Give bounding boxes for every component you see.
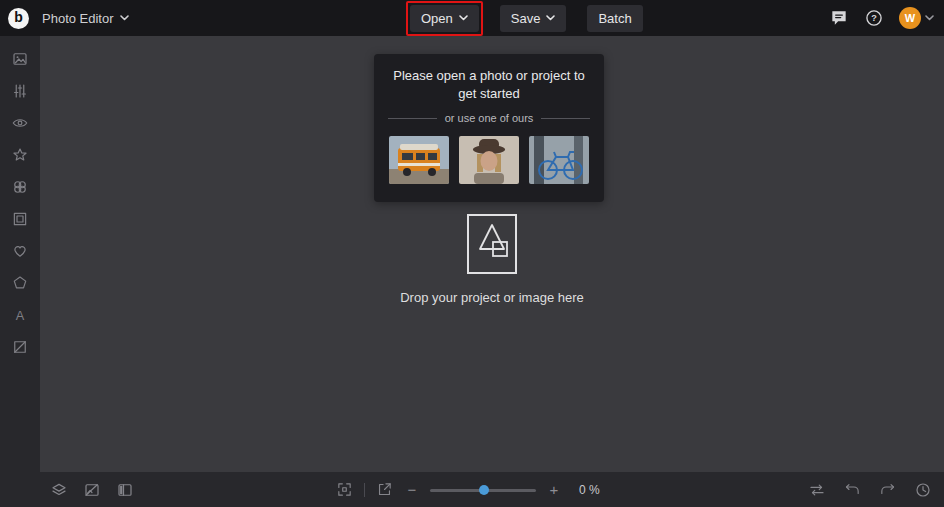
welcome-popup: Please open a photo or project to get st… <box>374 54 604 202</box>
sliders-icon <box>11 82 29 100</box>
avatar-initial: W <box>905 12 915 24</box>
panels-icon <box>116 481 134 499</box>
save-button-label: Save <box>511 11 541 26</box>
drop-zone-label: Drop your project or image here <box>400 290 584 305</box>
clover-icon <box>11 178 29 196</box>
help-button[interactable]: ? <box>864 8 884 28</box>
toggle-loop-icon <box>808 481 826 499</box>
tools-sidebar: A <box>0 36 40 472</box>
app-title: Photo Editor <box>42 11 114 26</box>
app-logo[interactable]: b <box>8 8 29 29</box>
sample-van-thumbnail[interactable] <box>389 136 449 184</box>
panel-toggles <box>0 481 134 499</box>
topbar-right-group: ? W <box>829 0 934 36</box>
tool-effect-button[interactable] <box>9 146 31 164</box>
sample-bicycle-thumbnail[interactable] <box>529 136 589 184</box>
top-toolbar: b Photo Editor Open Save Batch <box>0 0 944 36</box>
open-button[interactable]: Open <box>410 5 479 32</box>
canvas-area[interactable]: Please open a photo or project to get st… <box>40 36 944 472</box>
avatar: W <box>899 7 921 29</box>
batch-button[interactable]: Batch <box>587 5 642 32</box>
blue-bicycle-photo <box>529 136 589 184</box>
bottom-toolbar: − + 0 % <box>0 472 944 507</box>
tool-adjust-button[interactable] <box>9 82 31 100</box>
tool-shapes-button[interactable] <box>9 274 31 292</box>
woman-portrait-photo <box>459 136 519 184</box>
open-button-label: Open <box>421 11 453 26</box>
save-button[interactable]: Save <box>500 5 567 32</box>
comment-icon <box>829 8 849 28</box>
zoom-value: 0 % <box>579 483 600 497</box>
zoom-in-button[interactable]: + <box>546 482 562 497</box>
layers-panel-button[interactable] <box>50 481 68 499</box>
image-icon <box>11 50 29 68</box>
account-menu[interactable]: W <box>899 7 934 29</box>
zoom-slider[interactable] <box>430 483 536 497</box>
chevron-down-icon <box>546 15 555 21</box>
tool-frame-button[interactable] <box>9 210 31 228</box>
popup-title: Please open a photo or project to get st… <box>388 67 590 103</box>
logo-letter: b <box>14 9 23 25</box>
svg-text:A: A <box>16 308 25 323</box>
panels-layout-button[interactable] <box>116 481 134 499</box>
redo-button[interactable] <box>879 481 896 498</box>
zoom-out-button[interactable]: − <box>404 482 420 497</box>
app-title-menu[interactable]: Photo Editor <box>36 7 135 30</box>
help-icon: ? <box>864 8 884 28</box>
zoom-controls: − + 0 % <box>404 482 600 497</box>
drop-zone[interactable]: Drop your project or image here <box>40 214 944 305</box>
tool-filter-button[interactable] <box>9 178 31 196</box>
chevron-down-icon <box>120 15 129 21</box>
sample-portrait-thumbnail[interactable] <box>459 136 519 184</box>
undo-icon <box>844 481 861 498</box>
fit-screen-icon <box>336 481 353 498</box>
text-icon: A <box>11 306 29 324</box>
preview-panel-button[interactable] <box>83 481 101 499</box>
file-actions: Open Save Batch <box>410 0 643 36</box>
chevron-down-icon <box>925 15 934 21</box>
sample-images <box>388 136 590 184</box>
image-placeholder-icon <box>467 214 517 274</box>
preview-image-icon <box>83 481 101 499</box>
history-button[interactable] <box>914 481 932 499</box>
tool-text-button[interactable]: A <box>9 306 31 324</box>
tool-retouch-button[interactable] <box>9 114 31 132</box>
divider <box>364 483 365 497</box>
cutout-icon <box>11 338 29 356</box>
redo-icon <box>879 481 896 498</box>
pentagon-icon <box>11 274 29 292</box>
tool-favorites-button[interactable] <box>9 242 31 260</box>
eye-icon <box>11 114 29 132</box>
frame-icon <box>11 210 29 228</box>
undo-button[interactable] <box>844 481 861 498</box>
batch-button-label: Batch <box>598 11 631 26</box>
star-icon <box>11 146 29 164</box>
fullscreen-button[interactable] <box>376 481 393 498</box>
tool-arrange-button[interactable] <box>9 50 31 68</box>
feedback-button[interactable] <box>829 8 849 28</box>
view-controls <box>336 481 393 498</box>
history-controls <box>808 481 932 499</box>
heart-icon <box>11 242 29 260</box>
chevron-down-icon <box>459 15 468 21</box>
orange-van-photo <box>389 136 449 184</box>
popup-divider-text: or use one of ours <box>445 112 534 124</box>
history-icon <box>914 481 932 499</box>
zoom-slider-thumb[interactable] <box>479 485 489 495</box>
open-in-window-icon <box>376 481 393 498</box>
layers-icon <box>50 481 68 499</box>
popup-divider: or use one of ours <box>388 112 590 124</box>
svg-text:?: ? <box>871 13 877 23</box>
tool-cutout-button[interactable] <box>9 338 31 356</box>
toggle-loop-button[interactable] <box>808 481 826 499</box>
fit-screen-button[interactable] <box>336 481 353 498</box>
